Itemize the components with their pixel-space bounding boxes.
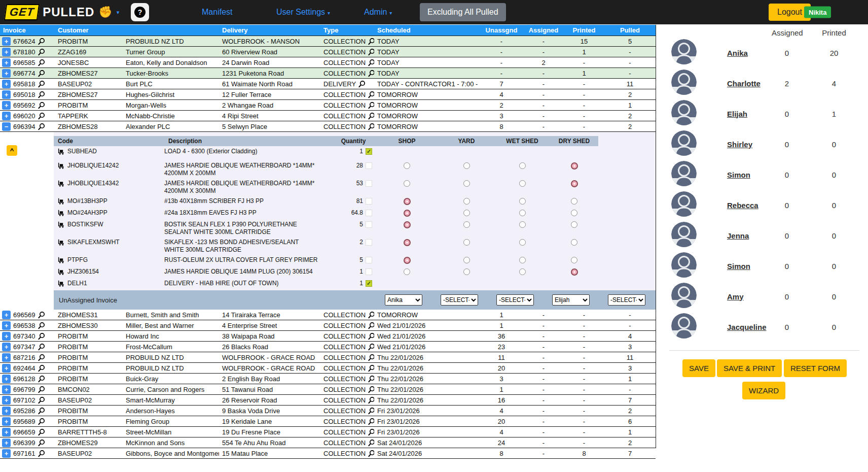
search-icon[interactable] — [38, 91, 45, 98]
search-icon[interactable] — [368, 343, 374, 351]
location-radio-yard[interactable] — [463, 180, 470, 187]
expand-row-button[interactable]: + — [2, 112, 11, 120]
expand-row-button[interactable]: + — [2, 80, 11, 88]
assignee-select[interactable]: Anika — [385, 294, 422, 306]
location-radio-wet_shed[interactable] — [519, 198, 526, 205]
search-icon[interactable] — [38, 38, 45, 45]
collapse-expanded-button[interactable]: ^ — [7, 145, 17, 156]
location-radio-wet_shed[interactable] — [519, 239, 526, 246]
location-radio-yard[interactable] — [463, 268, 470, 275]
search-icon[interactable] — [358, 80, 366, 88]
expand-row-button[interactable]: + — [2, 37, 11, 46]
search-icon[interactable] — [38, 311, 45, 319]
search-icon[interactable] — [368, 450, 374, 457]
search-icon[interactable] — [368, 112, 374, 120]
location-radio-wet_shed[interactable] — [519, 180, 526, 187]
location-radio-shop[interactable] — [404, 221, 411, 228]
location-radio-shop[interactable] — [404, 210, 411, 217]
search-icon[interactable] — [368, 364, 374, 372]
expand-row-button[interactable]: + — [2, 332, 11, 341]
search-icon[interactable] — [38, 123, 45, 130]
help-button[interactable]: ? — [131, 3, 149, 21]
assignee-select[interactable]: -SELECT- — [441, 294, 478, 306]
search-icon[interactable] — [368, 418, 374, 425]
expand-row-button[interactable]: + — [2, 353, 11, 362]
quantity-checkbox[interactable] — [366, 210, 372, 216]
search-icon[interactable] — [368, 439, 374, 447]
location-radio-dry_shed[interactable] — [571, 268, 578, 276]
excluding-all-pulled-button[interactable]: Excluding All Pulled — [420, 3, 506, 21]
expand-row-button[interactable]: + — [2, 321, 11, 330]
collapse-row-button[interactable]: − — [2, 122, 11, 131]
search-icon[interactable] — [38, 48, 45, 56]
location-radio-dry_shed[interactable] — [571, 239, 577, 246]
expand-row-button[interactable]: + — [2, 417, 11, 426]
location-radio-shop[interactable] — [404, 198, 411, 205]
search-icon[interactable] — [38, 364, 45, 372]
search-icon[interactable] — [38, 439, 45, 447]
search-icon[interactable] — [38, 80, 45, 88]
search-icon[interactable] — [38, 428, 45, 436]
search-icon[interactable] — [368, 428, 374, 436]
location-radio-yard[interactable] — [463, 198, 470, 205]
staff-name-link[interactable]: Jacqueline — [727, 323, 772, 331]
location-radio-dry_shed[interactable] — [571, 257, 577, 263]
assignee-select[interactable]: Elijah — [552, 294, 590, 306]
quantity-checkbox[interactable] — [366, 268, 372, 275]
current-user-badge[interactable]: Nikita — [804, 7, 831, 18]
search-icon[interactable] — [368, 407, 374, 415]
search-icon[interactable] — [38, 354, 45, 361]
quantity-checkbox[interactable] — [366, 221, 372, 228]
search-icon[interactable] — [368, 102, 374, 109]
location-radio-dry_shed[interactable] — [571, 210, 577, 216]
quantity-checkbox[interactable] — [366, 180, 372, 187]
location-radio-dry_shed[interactable] — [571, 221, 577, 228]
expand-row-button[interactable]: + — [2, 449, 11, 458]
staff-name-link[interactable]: Amy — [727, 292, 772, 301]
reset-form-button[interactable]: RESET FORM — [784, 359, 847, 377]
location-radio-shop[interactable] — [404, 162, 410, 169]
search-icon[interactable] — [368, 38, 374, 45]
location-radio-yard[interactable] — [463, 210, 470, 216]
staff-name-link[interactable]: Jenna — [727, 231, 772, 240]
search-icon[interactable] — [38, 343, 45, 351]
staff-name-link[interactable]: Simon — [727, 262, 772, 271]
expand-row-button[interactable]: + — [2, 69, 11, 78]
search-icon[interactable] — [368, 123, 374, 130]
search-icon[interactable] — [368, 91, 374, 98]
staff-name-link[interactable]: Simon — [727, 171, 772, 179]
search-icon[interactable] — [368, 386, 374, 393]
expand-row-button[interactable]: + — [2, 407, 11, 415]
search-icon[interactable] — [368, 322, 374, 329]
quantity-checkbox[interactable] — [366, 198, 372, 205]
search-icon[interactable] — [368, 59, 374, 66]
quantity-checkbox[interactable] — [366, 162, 372, 169]
search-icon[interactable] — [368, 332, 374, 340]
location-radio-shop[interactable] — [404, 257, 411, 264]
search-icon[interactable] — [38, 450, 45, 457]
location-radio-yard[interactable] — [463, 162, 470, 169]
location-radio-yard[interactable] — [463, 257, 470, 263]
location-radio-shop[interactable] — [404, 268, 410, 275]
save-and-print-button[interactable]: SAVE & PRINT — [717, 359, 782, 377]
search-icon[interactable] — [38, 407, 45, 415]
expand-row-button[interactable]: + — [2, 439, 11, 447]
expand-row-button[interactable]: + — [2, 364, 11, 373]
assignee-select[interactable]: -SELECT- — [608, 294, 645, 306]
quantity-checkbox[interactable] — [366, 148, 372, 155]
expand-row-button[interactable]: + — [2, 58, 11, 67]
expand-row-button[interactable]: + — [2, 101, 11, 110]
location-radio-dry_shed[interactable] — [571, 162, 578, 170]
search-icon[interactable] — [368, 396, 374, 404]
quantity-checkbox[interactable] — [366, 257, 372, 263]
search-icon[interactable] — [368, 375, 374, 383]
quantity-checkbox[interactable] — [366, 239, 372, 246]
location-radio-yard[interactable] — [463, 221, 470, 228]
location-radio-shop[interactable] — [404, 239, 411, 246]
staff-name-link[interactable]: Rebecca — [727, 201, 772, 210]
location-radio-dry_shed[interactable] — [571, 180, 578, 187]
search-icon[interactable] — [368, 70, 374, 77]
location-radio-wet_shed[interactable] — [519, 221, 526, 228]
location-radio-yard[interactable] — [463, 239, 470, 246]
location-radio-shop[interactable] — [404, 180, 410, 187]
